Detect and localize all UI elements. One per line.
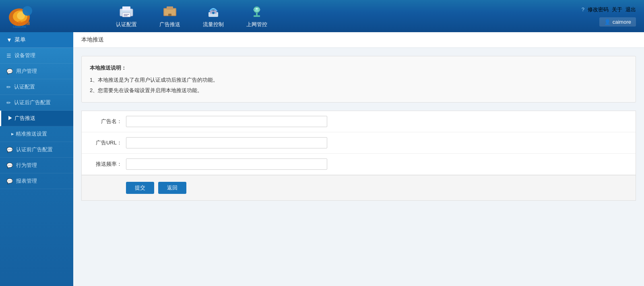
sidebar-menu-header: ▼ 菜单 xyxy=(0,32,73,48)
submit-button[interactable]: 提交 xyxy=(126,182,154,194)
sidebar-item-user-mgmt-label: 用户管理 xyxy=(16,68,37,75)
logo-icon: 才茂通信 CAIMORE xyxy=(8,4,36,28)
ad-push-icon xyxy=(161,4,179,19)
page-title: 本地推送 xyxy=(81,36,104,43)
auth-config-sidebar-icon: ✏ xyxy=(6,84,11,90)
pre-auth-ad-icon: 💬 xyxy=(6,147,13,153)
nav-tab-traffic-label: 流量控制 xyxy=(203,21,224,28)
info-box-line2: 2、您需要先在设备端设置并启用本地推送功能。 xyxy=(90,85,627,96)
user-icon: 👤 xyxy=(604,19,611,25)
network-icon xyxy=(248,4,266,19)
ad-url-label: 广告URL： xyxy=(90,139,126,146)
info-box-title: 本地推送说明： xyxy=(90,63,627,73)
svg-point-17 xyxy=(212,12,215,14)
sidebar-item-pre-auth-ad-label: 认证前广告配置 xyxy=(16,146,53,153)
nav-tab-auth-config-label: 认证配置 xyxy=(116,21,137,28)
device-mgmt-icon: ☰ xyxy=(6,53,11,59)
sidebar-item-report-mgmt-label: 报表管理 xyxy=(16,177,37,185)
sidebar-item-post-auth-ad[interactable]: ✏ 认证后广告配置 xyxy=(0,95,73,111)
page-title-bar: 本地推送 xyxy=(73,32,644,48)
back-button[interactable]: 返回 xyxy=(158,182,186,194)
svg-rect-22 xyxy=(254,15,260,17)
about-link[interactable]: 关于 xyxy=(612,6,622,13)
form-row-push-rate: 推送频率： xyxy=(82,154,636,175)
svg-text:CAIMORE: CAIMORE xyxy=(13,25,26,28)
header: 才茂通信 CAIMORE 认证配置 广告推送 流量控制 xyxy=(0,0,644,32)
sidebar-item-behavior-mgmt-label: 行为管理 xyxy=(16,162,37,169)
push-rate-label: 推送频率： xyxy=(90,160,126,168)
nav-tab-ad-push[interactable]: 广告推送 xyxy=(148,0,192,32)
user-badge: 👤 caimore xyxy=(599,17,636,27)
svg-rect-13 xyxy=(167,6,173,10)
sidebar-item-post-auth-ad-label: 认证后广告配置 xyxy=(14,99,51,106)
header-top-right: ? 修改密码 关于 退出 👤 caimore xyxy=(582,6,636,27)
logo-area: 才茂通信 CAIMORE xyxy=(8,4,80,28)
nav-tab-network-label: 上网管控 xyxy=(246,21,267,28)
sidebar-item-precise-push[interactable]: ▸ 精准推送设置 xyxy=(0,126,73,142)
svg-point-23 xyxy=(256,8,258,10)
svg-text:才茂通信: 才茂通信 xyxy=(13,21,30,25)
behavior-mgmt-icon: 💬 xyxy=(6,163,13,169)
help-icon: ? xyxy=(582,6,584,12)
sidebar-item-ad-push[interactable]: ▶ 广告推送 xyxy=(0,111,73,126)
sidebar-item-report-mgmt[interactable]: 💬 报表管理 xyxy=(0,173,73,189)
ad-name-input[interactable] xyxy=(126,116,327,127)
nav-tab-traffic[interactable]: 流量控制 xyxy=(192,0,235,32)
content-area: 本地推送说明： 1、本地推送是为了在用户认证成功后推送广告的功能。 2、您需要先… xyxy=(73,48,644,209)
nav-tab-auth-config[interactable]: 认证配置 xyxy=(105,0,148,32)
sidebar-item-behavior-mgmt[interactable]: 💬 行为管理 xyxy=(0,158,73,173)
nav-tab-network[interactable]: 上网管控 xyxy=(235,0,279,32)
svg-rect-7 xyxy=(122,6,130,10)
ad-url-input[interactable] xyxy=(126,137,327,148)
sidebar-item-ad-push-label: ▶ 广告推送 xyxy=(8,115,35,122)
nav-tabs: 认证配置 广告推送 流量控制 上网管控 xyxy=(105,0,582,32)
nav-tab-ad-push-label: 广告推送 xyxy=(159,21,180,28)
change-pwd-link[interactable]: 修改密码 xyxy=(588,6,609,13)
report-mgmt-icon: 💬 xyxy=(6,178,13,184)
sidebar-item-device-mgmt[interactable]: ☰ 设备管理 xyxy=(0,48,73,64)
menu-icon: ▼ xyxy=(6,37,12,43)
traffic-icon xyxy=(204,4,222,19)
info-box-line1: 1、本地推送是为了在用户认证成功后推送广告的功能。 xyxy=(90,75,627,85)
header-links: ? 修改密码 关于 退出 xyxy=(582,6,636,13)
svg-rect-9 xyxy=(124,14,129,15)
logout-link[interactable]: 退出 xyxy=(625,6,636,13)
form-section: 广告名： 广告URL： 推送频率： 提交 返回 xyxy=(81,111,636,201)
ad-name-label: 广告名： xyxy=(90,118,126,125)
form-actions: 提交 返回 xyxy=(82,175,636,200)
form-row-ad-name: 广告名： xyxy=(82,111,636,132)
info-box: 本地推送说明： 1、本地推送是为了在用户认证成功后推送广告的功能。 2、您需要先… xyxy=(81,56,636,103)
auth-config-icon xyxy=(118,4,135,19)
svg-rect-10 xyxy=(124,15,128,16)
post-auth-ad-icon: ✏ xyxy=(6,100,11,106)
sidebar-item-precise-push-label: ▸ 精准推送设置 xyxy=(11,130,47,138)
user-mgmt-icon: 💬 xyxy=(6,68,13,74)
main-content: 本地推送 本地推送说明： 1、本地推送是为了在用户认证成功后推送广告的功能。 2… xyxy=(73,32,644,286)
layout: ▼ 菜单 ☰ 设备管理 💬 用户管理 ✏ 认证配置 ✏ 认证后广告配置 ▶ 广告… xyxy=(0,32,644,286)
sidebar-item-user-mgmt[interactable]: 💬 用户管理 xyxy=(0,64,73,79)
sidebar: ▼ 菜单 ☰ 设备管理 💬 用户管理 ✏ 认证配置 ✏ 认证后广告配置 ▶ 广告… xyxy=(0,32,73,286)
user-name: caimore xyxy=(613,19,631,25)
sidebar-menu-title: 菜单 xyxy=(14,36,26,43)
svg-rect-14 xyxy=(168,14,171,16)
push-rate-input[interactable] xyxy=(126,158,327,170)
svg-point-3 xyxy=(23,6,32,16)
sidebar-item-auth-config[interactable]: ✏ 认证配置 xyxy=(0,79,73,95)
form-row-ad-url: 广告URL： xyxy=(82,132,636,154)
sidebar-item-pre-auth-ad[interactable]: 💬 认证前广告配置 xyxy=(0,142,73,158)
sidebar-item-auth-config-label: 认证配置 xyxy=(14,83,35,91)
sidebar-item-device-mgmt-label: 设备管理 xyxy=(14,52,35,59)
